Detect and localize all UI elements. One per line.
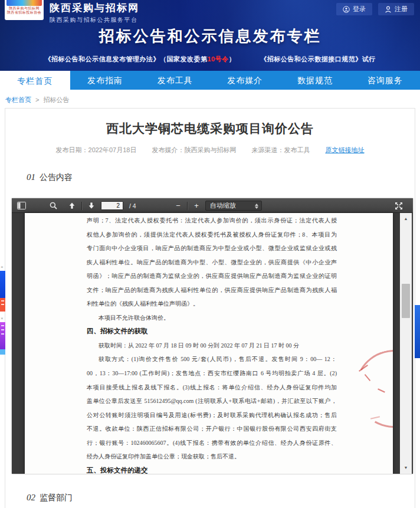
float-widget-blue[interactable] <box>0 271 5 298</box>
sidebar-toggle-icon[interactable] <box>15 200 27 211</box>
select-arrows-icon <box>255 203 258 209</box>
toolbar-separator <box>81 202 82 210</box>
fullscreen-icon[interactable] <box>393 200 405 211</box>
notice-red-decree: 10号令 <box>207 55 228 63</box>
section-label: 监督部门 <box>40 493 73 502</box>
login-label: 登录 <box>353 5 366 14</box>
main-nav: 专栏首页 发布指南 发布工具 发布媒介 数据规范 咨询服务 <box>0 71 420 90</box>
zoom-in-button[interactable]: + <box>191 200 202 211</box>
pdf-content-area: 声明；7、法定代表人授权委托书：法定代表人参加询价的，须出示身份证；法定代表人授… <box>12 213 413 474</box>
red-seal-stamp <box>346 341 393 437</box>
pdf-text-line: 行；银行账号：102460065607。(4)线下报名：携带有效的单位介绍信、经… <box>87 436 337 450</box>
pdf-text-line: 00，13：30—17:00 (工作时间)；发售地点：西安市红缨路南口 6 号均… <box>87 366 337 381</box>
meta-source-channel: 来源渠道：发布工具 <box>251 146 310 155</box>
pdf-text-line: 盖单位公章后发送至 515612495@qq.com (注明联系人+联系电话+邮… <box>87 394 337 408</box>
scrollbar-down-icon[interactable]: ▼ <box>400 463 412 473</box>
pdf-text-line: 四、招标文件的获取 <box>87 325 337 339</box>
pdf-text-line: 公对公转账时须注明项目编号及用途(标书费)；及时联系采购代理机构确认报名成功；售… <box>87 408 337 422</box>
pdf-text-line: 本项目不允许联合体询价。 <box>87 311 337 325</box>
meta-publish-media: 发布媒介：陕西采购与招标网 <box>152 146 236 155</box>
zoom-mode-value: 自动缩放 <box>210 201 236 210</box>
site-brand: 陕西采购与招标网 陕西采购与招标公共服务平台 <box>50 1 139 24</box>
breadcrumb-home[interactable]: 专栏首页 <box>5 96 31 103</box>
zoom-mode-select[interactable]: 自动缩放 <box>205 201 262 211</box>
pdf-text-line: 利性单位的《残疾人福利性单位声明函》。 <box>87 297 337 311</box>
float-widget-right-blue[interactable] <box>415 305 420 358</box>
logo-text-1: 陕西采购与招标网 <box>5 6 44 11</box>
pdf-text-line: 明函》；响应产品的制造商为监狱企业的，供应商应提供响应产品制造商为监狱企业的证明 <box>87 269 337 283</box>
float-widget-purple[interactable] <box>0 322 5 349</box>
zoom-out-button[interactable]: − <box>172 200 184 211</box>
pdf-text-line: 权他人参加询价的，须提供法定代表人授权委托书及被授权人身份证复印件；8、本项目为 <box>87 228 337 242</box>
breadcrumb-current: 招标公告 <box>44 96 70 103</box>
pdf-toolbar: / 4 − + 自动缩放 <box>12 198 413 213</box>
page-total: / 4 <box>129 202 136 209</box>
scrollbar-up-icon[interactable]: ▲ <box>400 214 412 224</box>
notice-part2: ） <box>229 55 236 63</box>
logo-text-2: 陕西省招标投标协会 <box>5 11 44 15</box>
pdf-text-line: 疾人福利性单位。响应产品的制造商为中型、小型、微型企业的，供应商提供《中小企业声 <box>87 255 337 270</box>
auth-buttons: 登录 注册 <box>336 3 414 15</box>
logo-art-icon <box>6 0 42 6</box>
article-card: 西北大学铜芯电缆采购项目询价公告 发布日期：2022年07月18日 发布媒介：陕… <box>5 108 415 508</box>
page-down-icon[interactable] <box>86 200 97 211</box>
pdf-text-line: 声明；7、法定代表人授权委托书：法定代表人参加询价的，须出示身份证；法定代表人授 <box>87 214 337 228</box>
tab-column-home[interactable]: 专栏首页 <box>0 71 70 94</box>
pdf-text-line: 获取方式：(1)询价文件售价 500 元/套(人民币)，售后不退。发售时间 9：… <box>87 352 337 366</box>
close-icon[interactable]: × <box>1 265 5 270</box>
tab-publish-media[interactable]: 发布媒介 <box>210 71 280 90</box>
login-button[interactable]: 登录 <box>336 3 372 15</box>
register-icon <box>385 6 392 13</box>
breadcrumb-separator: > <box>35 96 39 103</box>
pdf-text-line: 本项目接受线上报名及线下报名。(3)线上报名：将单位介绍信、经办人身份证复印件均… <box>87 381 337 395</box>
tab-publish-tools[interactable]: 发布工具 <box>140 71 210 90</box>
pdf-text-line: 专门面向中小企业项目，响应产品的制造商应为中型企业或小型、微型企业或监狱企业或残 <box>87 241 337 255</box>
search-icon[interactable] <box>47 200 59 211</box>
section-number: 02 <box>27 493 35 502</box>
tab-publish-guide[interactable]: 发布指南 <box>70 71 140 90</box>
login-icon <box>343 6 350 13</box>
article-meta: 发布日期：2022年07月18日 发布媒介：陕西采购与招标网 来源渠道：发布工具… <box>5 146 415 155</box>
banner-title: 招标公告和公示信息发布专栏 <box>0 26 420 47</box>
page-number-input[interactable] <box>101 201 123 210</box>
pdf-text-line: 不退。收款单位：陕西正信招标有限公司；开户银行：中国银行股份有限公司西安四府街支 <box>87 422 337 436</box>
tab-data-standards[interactable]: 数据规范 <box>280 71 350 90</box>
pdf-text-line: 文件；响应产品的制造商为残疾人福利性单位的，供应商应提供响应产品制造商为残疾人福 <box>87 283 337 297</box>
register-button[interactable]: 注册 <box>378 3 414 15</box>
pdf-scrollbar[interactable]: ▲ ▼ <box>400 213 412 474</box>
pdf-text-line: 经办人身份证复印件加盖单位公章；现金获取；售后不退。 <box>87 450 337 464</box>
pdf-viewer: / 4 − + 自动缩放 声明；7、法定代表人授权委 <box>12 198 413 474</box>
section-supervision-dept: 02监督部门 <box>27 493 415 503</box>
section-label: 公告内容 <box>40 172 73 182</box>
tab-consulting[interactable]: 咨询服务 <box>350 71 420 90</box>
pdf-page: 声明；7、法定代表人授权委托书：法定代表人参加询价的，须出示身份证；法定代表人授… <box>25 213 393 474</box>
register-label: 注册 <box>395 5 408 14</box>
original-link[interactable]: 原文链接地址 <box>325 146 364 155</box>
page-up-icon[interactable] <box>66 200 78 211</box>
float-widget-red[interactable] <box>0 298 5 312</box>
float-widget-cyan[interactable] <box>0 349 5 355</box>
pdf-text-block: 声明；7、法定代表人授权委托书：法定代表人参加询价的，须出示身份证；法定代表人授… <box>87 214 337 474</box>
close-icon[interactable]: × <box>1 316 5 321</box>
site-logo[interactable]: 陕西采购与招标网 陕西省招标投标协会 <box>5 0 44 20</box>
site-subtitle: 陕西采购与招标公共服务平台 <box>50 16 139 24</box>
article-title: 西北大学铜芯电缆采购项目询价公告 <box>5 120 415 137</box>
section-number: 01 <box>27 172 35 182</box>
section-announcement-content: 01公告内容 <box>27 172 415 183</box>
toolbar-separator <box>187 202 188 210</box>
notice-part3: 《招标公告和公示数据接口规范》试行 <box>260 55 376 63</box>
site-name: 陕西采购与招标网 <box>50 1 139 15</box>
pdf-text-line: 五、投标文件的递交 <box>87 464 337 474</box>
regulation-notice: 《招标公告和公示信息发布管理办法》（国家发改委第10号令）《招标公告和公示数据接… <box>0 55 420 64</box>
pdf-text-line: 获取时间：从 2022 年 07 月 18 日 09 时 00 分到 2022 … <box>87 339 337 353</box>
meta-publish-date: 发布日期：2022年07月18日 <box>56 146 137 155</box>
site-header: 陕西采购与招标网 陕西省招标投标协会 陕西采购与招标网 陕西采购与招标公共服务平… <box>0 0 420 71</box>
scrollbar-thumb[interactable] <box>402 284 410 318</box>
notice-part1: 《招标公告和公示信息发布管理办法》（国家发改委第 <box>44 55 207 63</box>
